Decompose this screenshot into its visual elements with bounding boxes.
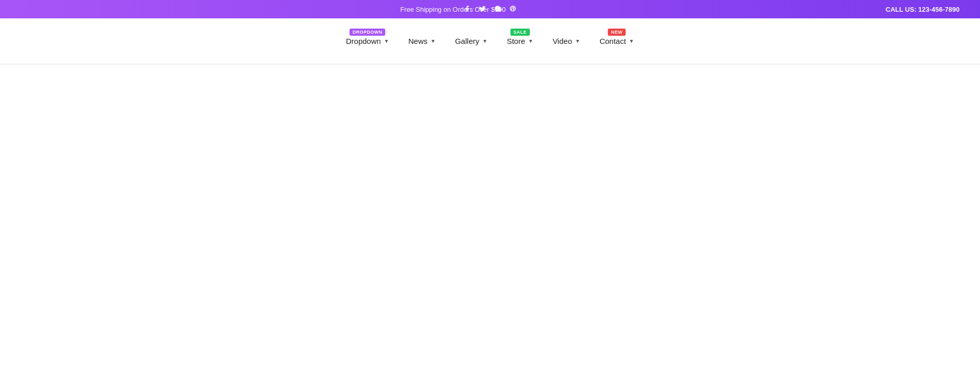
nav-label-video: Video <box>553 37 572 45</box>
nav-item-news[interactable]: News ▼ <box>401 33 443 50</box>
main-content <box>0 64 980 360</box>
chevron-icon-video: ▼ <box>575 38 580 44</box>
nav-item-contact[interactable]: NEW Contact ▼ <box>593 33 642 50</box>
chevron-icon-store: ▼ <box>528 38 533 44</box>
nav-item-dropdown[interactable]: DROPDOWN Dropdown ▼ <box>339 33 396 50</box>
call-us-label: CALL US: 123-456-7890 <box>886 6 960 13</box>
phone-text: CALL US: 123-456-7890 <box>886 5 960 14</box>
nav-label-store: Store <box>507 37 525 45</box>
chevron-icon-gallery: ▼ <box>482 38 487 44</box>
twitter-icon[interactable] <box>479 5 486 14</box>
chevron-icon-news: ▼ <box>431 38 436 44</box>
nav-items: DROPDOWN Dropdown ▼ News ▼ Gallery ▼ SAL… <box>339 33 642 50</box>
facebook-icon[interactable] <box>463 5 471 14</box>
skype-icon[interactable] <box>494 5 501 14</box>
shipping-text: Free Shipping on Orders Over $100 <box>20 6 886 13</box>
badge-dropdown: DROPDOWN <box>350 29 386 36</box>
chevron-icon-contact: ▼ <box>629 38 634 44</box>
nav-label-contact: Contact <box>600 37 626 45</box>
nav-bar: DROPDOWN Dropdown ▼ News ▼ Gallery ▼ SAL… <box>0 18 980 64</box>
nav-label-dropdown: Dropdown <box>346 37 381 45</box>
badge-sale: SALE <box>510 29 530 36</box>
badge-new: NEW <box>608 29 626 36</box>
top-bar: Free Shipping on Orders Over $100 CALL U… <box>0 0 980 18</box>
nav-item-gallery[interactable]: Gallery ▼ <box>448 33 494 50</box>
nav-label-gallery: Gallery <box>455 37 479 45</box>
nav-item-video[interactable]: Video ▼ <box>546 33 587 50</box>
chevron-icon-dropdown: ▼ <box>384 38 389 44</box>
pinterest-icon[interactable] <box>509 5 517 14</box>
social-icons-group <box>463 5 517 14</box>
nav-label-news: News <box>408 37 428 45</box>
nav-item-store[interactable]: SALE Store ▼ <box>500 33 541 50</box>
